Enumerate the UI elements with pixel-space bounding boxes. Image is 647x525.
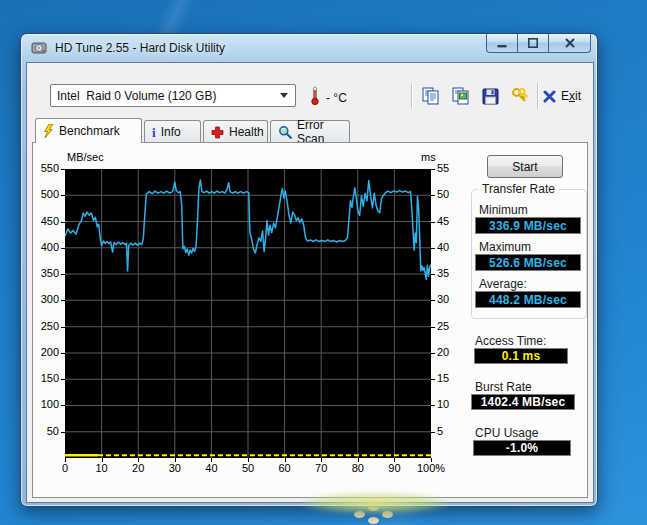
axis-tick-label: 50 bbox=[33, 425, 59, 437]
axis-tickmark bbox=[431, 169, 435, 170]
axis-tickmark bbox=[61, 169, 65, 170]
axis-tick-label: 450 bbox=[33, 215, 59, 227]
axis-tickmark bbox=[61, 300, 65, 301]
axis-tick-label: 400 bbox=[33, 241, 59, 253]
axis-tick-label: 550 bbox=[33, 162, 59, 174]
axis-tickmark bbox=[431, 379, 435, 380]
axis-tickmark bbox=[65, 458, 66, 462]
tab-health[interactable]: Health bbox=[203, 120, 268, 143]
axis-tickmark bbox=[138, 458, 139, 462]
axis-tick-label: 200 bbox=[33, 346, 59, 358]
exit-x-icon bbox=[543, 90, 556, 103]
error-scan-magnifier-icon bbox=[278, 125, 292, 139]
wallpaper-petal bbox=[354, 511, 365, 518]
thermometer-icon bbox=[310, 86, 320, 109]
axis-tick-label: 40 bbox=[437, 241, 463, 253]
axis-tick-label: 150 bbox=[33, 372, 59, 384]
options-button[interactable] bbox=[508, 85, 532, 107]
close-button[interactable] bbox=[548, 34, 591, 53]
axis-tickmark bbox=[61, 327, 65, 328]
axis-tickmark bbox=[431, 353, 435, 354]
tab-label: Info bbox=[161, 125, 181, 139]
axis-tickmark bbox=[61, 432, 65, 433]
axis-tickmark bbox=[61, 195, 65, 196]
axis-tickmark bbox=[102, 458, 103, 462]
burst-rate-value: 1402.4 MB/sec bbox=[471, 394, 575, 410]
axis-tick-label: 100 bbox=[33, 398, 59, 410]
info-icon: i bbox=[152, 126, 156, 139]
close-icon bbox=[565, 38, 575, 48]
axis-tickmark bbox=[431, 300, 435, 301]
drive-selector[interactable]: Intel Raid 0 Volume (120 GB) bbox=[50, 84, 296, 107]
axis-tickmark bbox=[61, 405, 65, 406]
start-button[interactable]: Start bbox=[487, 155, 563, 178]
axis-tick-label: 50 bbox=[437, 188, 463, 200]
axis-tickmark bbox=[431, 432, 435, 433]
chevron-down-icon bbox=[280, 93, 288, 98]
exit-button[interactable]: Exit bbox=[543, 85, 581, 107]
copy-screenshot-icon bbox=[452, 87, 469, 105]
axis-tick-label: 350 bbox=[33, 267, 59, 279]
axis-tickmark bbox=[358, 458, 359, 462]
copy-text-button[interactable] bbox=[418, 85, 442, 107]
axis-tickmark bbox=[61, 222, 65, 223]
client-area: Intel Raid 0 Volume (120 GB) - °C bbox=[26, 62, 594, 503]
axis-tickmark bbox=[394, 458, 395, 462]
save-button[interactable] bbox=[478, 85, 502, 107]
keys-icon bbox=[511, 87, 529, 105]
app-icon bbox=[31, 40, 47, 56]
minimum-value: 336.9 MB/sec bbox=[475, 217, 581, 234]
window-title: HD Tune 2.55 - Hard Disk Utility bbox=[55, 41, 225, 55]
chart-plot bbox=[65, 169, 431, 458]
axis-tick-label: 100% bbox=[409, 462, 453, 474]
axis-tick-label: 300 bbox=[33, 293, 59, 305]
save-icon bbox=[482, 88, 499, 105]
minimum-label: Minimum bbox=[479, 203, 528, 217]
tab-label: Health bbox=[229, 125, 264, 139]
benchmark-page: MB/sec ms 550500450400350300250200150100… bbox=[32, 142, 588, 498]
axis-tickmark bbox=[175, 458, 176, 462]
axis-tick-label: 25 bbox=[437, 320, 463, 332]
maximum-value: 526.6 MB/sec bbox=[475, 254, 581, 271]
maximum-label: Maximum bbox=[479, 240, 531, 254]
axis-tickmark bbox=[285, 458, 286, 462]
wallpaper-petal bbox=[382, 511, 393, 518]
maximize-icon bbox=[528, 38, 538, 48]
cpu-usage-value: -1.0% bbox=[473, 440, 571, 456]
axis-tick-label: 55 bbox=[437, 162, 463, 174]
tab-info[interactable]: i Info bbox=[144, 120, 201, 143]
axis-tickmark bbox=[61, 379, 65, 380]
axis-tickmark bbox=[431, 248, 435, 249]
app-window: HD Tune 2.55 - Hard Disk Utility Intel R… bbox=[20, 33, 598, 507]
copy-screenshot-button[interactable] bbox=[448, 85, 472, 107]
axis-tickmark bbox=[431, 458, 432, 462]
axis-tickmark bbox=[61, 353, 65, 354]
average-value: 448.2 MB/sec bbox=[475, 291, 581, 308]
axis-tick-label: 20 bbox=[437, 346, 463, 358]
average-label: Average: bbox=[479, 277, 527, 291]
toolbar-separator bbox=[411, 83, 412, 109]
copy-text-icon bbox=[422, 87, 439, 105]
axis-tickmark bbox=[61, 274, 65, 275]
axis-tick-label: 35 bbox=[437, 267, 463, 279]
wallpaper-petal bbox=[368, 517, 379, 524]
exit-label: Exit bbox=[561, 89, 581, 103]
tab-benchmark[interactable]: Benchmark bbox=[35, 118, 142, 143]
benchmark-icon bbox=[43, 124, 54, 138]
health-cross-icon bbox=[211, 126, 224, 139]
tab-error-scan[interactable]: Error Scan bbox=[270, 120, 350, 143]
axis-tickmark bbox=[321, 458, 322, 462]
minimize-button[interactable] bbox=[486, 34, 517, 53]
toolbar-separator bbox=[537, 83, 538, 109]
axis-tick-label: 30 bbox=[437, 293, 463, 305]
axis-tickmark bbox=[431, 405, 435, 406]
maximize-button[interactable] bbox=[517, 34, 548, 53]
axis-tickmark bbox=[431, 274, 435, 275]
axis-tickmark bbox=[431, 195, 435, 196]
axis-tick-label: 500 bbox=[33, 188, 59, 200]
minimize-icon bbox=[497, 38, 507, 48]
axis-tickmark bbox=[61, 248, 65, 249]
axis-tick-label: 5 bbox=[437, 425, 463, 437]
tab-label: Benchmark bbox=[59, 124, 120, 138]
axis-tick-label: 10 bbox=[437, 398, 463, 410]
